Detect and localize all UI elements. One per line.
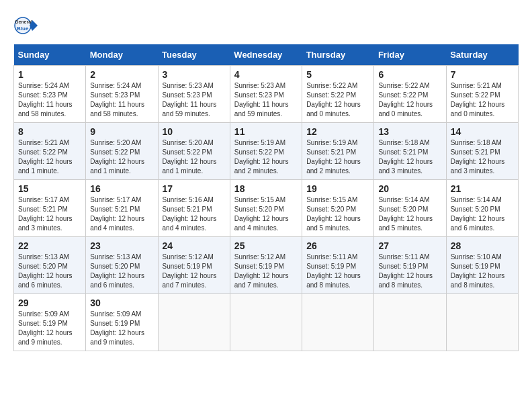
day-info: Sunrise: 5:15 AM Sunset: 5:20 PM Dayligh… xyxy=(234,195,298,233)
header-friday: Friday xyxy=(374,44,446,66)
calendar-row: 22 Sunrise: 5:13 AM Sunset: 5:20 PM Dayl… xyxy=(14,237,519,294)
day-number: 2 xyxy=(90,69,153,80)
calendar-table: Sunday Monday Tuesday Wednesday Thursday… xyxy=(13,44,519,351)
header-saturday: Saturday xyxy=(446,44,518,66)
day-info: Sunrise: 5:12 AM Sunset: 5:19 PM Dayligh… xyxy=(163,253,226,290)
day-info: Sunrise: 5:21 AM Sunset: 5:22 PM Dayligh… xyxy=(18,138,81,176)
calendar-cell: 5 Sunrise: 5:22 AM Sunset: 5:22 PM Dayli… xyxy=(302,66,374,123)
day-number: 25 xyxy=(234,240,298,251)
logo: General Blue xyxy=(13,13,38,38)
day-number: 5 xyxy=(306,69,369,80)
day-number: 16 xyxy=(90,183,153,194)
day-info: Sunrise: 5:11 AM Sunset: 5:19 PM Dayligh… xyxy=(378,253,441,290)
day-info: Sunrise: 5:23 AM Sunset: 5:23 PM Dayligh… xyxy=(163,81,226,119)
calendar-cell: 1 Sunrise: 5:24 AM Sunset: 5:23 PM Dayli… xyxy=(14,66,86,123)
day-info: Sunrise: 5:13 AM Sunset: 5:20 PM Dayligh… xyxy=(90,253,153,290)
day-info: Sunrise: 5:21 AM Sunset: 5:22 PM Dayligh… xyxy=(451,81,514,119)
header-monday: Monday xyxy=(86,44,158,66)
day-number: 29 xyxy=(18,298,81,308)
calendar-row: 29 Sunrise: 5:09 AM Sunset: 5:19 PM Dayl… xyxy=(14,294,519,351)
day-number: 9 xyxy=(90,126,153,137)
weekday-header-row: Sunday Monday Tuesday Wednesday Thursday… xyxy=(14,44,519,66)
calendar-cell: 12 Sunrise: 5:19 AM Sunset: 5:21 PM Dayl… xyxy=(302,123,374,180)
calendar-cell: 15 Sunrise: 5:17 AM Sunset: 5:21 PM Dayl… xyxy=(14,180,86,237)
day-info: Sunrise: 5:14 AM Sunset: 5:20 PM Dayligh… xyxy=(451,195,514,233)
calendar-cell: 2 Sunrise: 5:24 AM Sunset: 5:23 PM Dayli… xyxy=(86,66,158,123)
day-info: Sunrise: 5:10 AM Sunset: 5:19 PM Dayligh… xyxy=(451,253,514,290)
calendar-cell: 4 Sunrise: 5:23 AM Sunset: 5:23 PM Dayli… xyxy=(230,66,302,123)
day-info: Sunrise: 5:11 AM Sunset: 5:19 PM Dayligh… xyxy=(306,253,369,290)
day-info: Sunrise: 5:09 AM Sunset: 5:19 PM Dayligh… xyxy=(18,310,81,347)
calendar-cell xyxy=(374,294,446,351)
day-number: 24 xyxy=(163,240,226,251)
calendar-cell: 11 Sunrise: 5:19 AM Sunset: 5:22 PM Dayl… xyxy=(230,123,302,180)
calendar-cell: 13 Sunrise: 5:18 AM Sunset: 5:21 PM Dayl… xyxy=(374,123,446,180)
day-number: 14 xyxy=(451,126,514,137)
calendar-cell: 17 Sunrise: 5:16 AM Sunset: 5:21 PM Dayl… xyxy=(158,180,230,237)
calendar-cell: 19 Sunrise: 5:15 AM Sunset: 5:20 PM Dayl… xyxy=(302,180,374,237)
day-number: 1 xyxy=(18,69,81,80)
calendar-cell: 22 Sunrise: 5:13 AM Sunset: 5:20 PM Dayl… xyxy=(14,237,86,294)
calendar-cell: 23 Sunrise: 5:13 AM Sunset: 5:20 PM Dayl… xyxy=(86,237,158,294)
day-number: 19 xyxy=(306,183,369,194)
day-number: 28 xyxy=(451,240,514,251)
day-number: 3 xyxy=(163,69,226,80)
calendar-cell: 30 Sunrise: 5:09 AM Sunset: 5:19 PM Dayl… xyxy=(86,294,158,351)
calendar-cell: 24 Sunrise: 5:12 AM Sunset: 5:19 PM Dayl… xyxy=(158,237,230,294)
calendar-cell: 8 Sunrise: 5:21 AM Sunset: 5:22 PM Dayli… xyxy=(14,123,86,180)
day-info: Sunrise: 5:19 AM Sunset: 5:21 PM Dayligh… xyxy=(306,138,369,176)
day-info: Sunrise: 5:23 AM Sunset: 5:23 PM Dayligh… xyxy=(234,81,298,119)
logo-graphic: General Blue xyxy=(13,13,38,38)
calendar-cell: 27 Sunrise: 5:11 AM Sunset: 5:19 PM Dayl… xyxy=(374,237,446,294)
day-number: 15 xyxy=(18,183,81,194)
day-info: Sunrise: 5:13 AM Sunset: 5:20 PM Dayligh… xyxy=(18,253,81,290)
day-number: 13 xyxy=(378,126,441,137)
calendar-cell xyxy=(446,294,518,351)
day-info: Sunrise: 5:19 AM Sunset: 5:22 PM Dayligh… xyxy=(234,138,298,176)
day-info: Sunrise: 5:09 AM Sunset: 5:19 PM Dayligh… xyxy=(90,310,153,347)
calendar-row: 1 Sunrise: 5:24 AM Sunset: 5:23 PM Dayli… xyxy=(14,66,519,123)
day-info: Sunrise: 5:18 AM Sunset: 5:21 PM Dayligh… xyxy=(451,138,514,176)
day-number: 30 xyxy=(90,298,153,308)
day-info: Sunrise: 5:20 AM Sunset: 5:22 PM Dayligh… xyxy=(163,138,226,176)
calendar-cell: 10 Sunrise: 5:20 AM Sunset: 5:22 PM Dayl… xyxy=(158,123,230,180)
day-number: 6 xyxy=(378,69,441,80)
day-number: 21 xyxy=(451,183,514,194)
day-number: 11 xyxy=(234,126,298,137)
day-number: 8 xyxy=(18,126,81,137)
calendar-cell: 21 Sunrise: 5:14 AM Sunset: 5:20 PM Dayl… xyxy=(446,180,518,237)
svg-text:General: General xyxy=(15,19,32,24)
header-wednesday: Wednesday xyxy=(230,44,302,66)
calendar-cell xyxy=(302,294,374,351)
calendar-cell: 6 Sunrise: 5:22 AM Sunset: 5:22 PM Dayli… xyxy=(374,66,446,123)
day-number: 10 xyxy=(163,126,226,137)
calendar-cell: 28 Sunrise: 5:10 AM Sunset: 5:19 PM Dayl… xyxy=(446,237,518,294)
calendar-cell: 3 Sunrise: 5:23 AM Sunset: 5:23 PM Dayli… xyxy=(158,66,230,123)
logo-container: General Blue xyxy=(13,13,38,38)
calendar-cell: 7 Sunrise: 5:21 AM Sunset: 5:22 PM Dayli… xyxy=(446,66,518,123)
calendar-row: 15 Sunrise: 5:17 AM Sunset: 5:21 PM Dayl… xyxy=(14,180,519,237)
day-number: 7 xyxy=(451,69,514,80)
calendar-cell: 14 Sunrise: 5:18 AM Sunset: 5:21 PM Dayl… xyxy=(446,123,518,180)
day-info: Sunrise: 5:24 AM Sunset: 5:23 PM Dayligh… xyxy=(90,81,153,119)
calendar-cell: 9 Sunrise: 5:20 AM Sunset: 5:22 PM Dayli… xyxy=(86,123,158,180)
day-info: Sunrise: 5:17 AM Sunset: 5:21 PM Dayligh… xyxy=(18,195,81,233)
calendar-cell: 26 Sunrise: 5:11 AM Sunset: 5:19 PM Dayl… xyxy=(302,237,374,294)
day-info: Sunrise: 5:14 AM Sunset: 5:20 PM Dayligh… xyxy=(378,195,441,233)
header-sunday: Sunday xyxy=(14,44,86,66)
svg-text:Blue: Blue xyxy=(17,26,29,32)
day-number: 12 xyxy=(306,126,369,137)
calendar-row: 8 Sunrise: 5:21 AM Sunset: 5:22 PM Dayli… xyxy=(14,123,519,180)
header-tuesday: Tuesday xyxy=(158,44,230,66)
day-number: 23 xyxy=(90,240,153,251)
calendar-cell: 16 Sunrise: 5:17 AM Sunset: 5:21 PM Dayl… xyxy=(86,180,158,237)
day-info: Sunrise: 5:16 AM Sunset: 5:21 PM Dayligh… xyxy=(163,195,226,233)
day-number: 4 xyxy=(234,69,298,80)
day-number: 17 xyxy=(163,183,226,194)
calendar-cell xyxy=(230,294,302,351)
calendar-cell: 29 Sunrise: 5:09 AM Sunset: 5:19 PM Dayl… xyxy=(14,294,86,351)
day-info: Sunrise: 5:22 AM Sunset: 5:22 PM Dayligh… xyxy=(378,81,441,119)
day-number: 18 xyxy=(234,183,298,194)
day-number: 20 xyxy=(378,183,441,194)
day-info: Sunrise: 5:18 AM Sunset: 5:21 PM Dayligh… xyxy=(378,138,441,176)
